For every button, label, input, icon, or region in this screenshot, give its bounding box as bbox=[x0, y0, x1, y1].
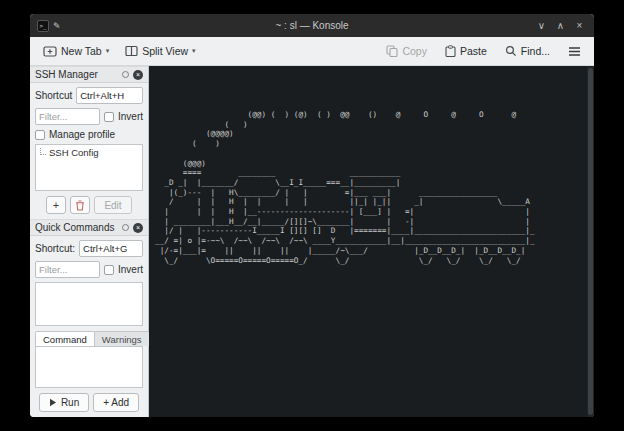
qc-tabs: Command Warnings bbox=[35, 331, 143, 346]
command-textarea[interactable] bbox=[35, 346, 143, 388]
find-button[interactable]: Find... bbox=[500, 42, 555, 60]
sidebar: SSH Manager × Shortcut Invert bbox=[30, 66, 149, 417]
run-label: Run bbox=[61, 397, 79, 408]
qc-shortcut-row: Shortcut: bbox=[30, 236, 148, 257]
pen-icon: ✎ bbox=[53, 21, 61, 31]
window-content: SSH Manager × Shortcut Invert bbox=[30, 66, 594, 417]
add-label: + Add bbox=[103, 397, 129, 408]
close-panel-button[interactable]: × bbox=[133, 223, 143, 233]
qc-shortcut-input[interactable] bbox=[79, 240, 143, 257]
tab-warnings[interactable]: Warnings bbox=[94, 331, 150, 346]
float-panel-icon[interactable] bbox=[122, 71, 129, 78]
menu-button[interactable] bbox=[563, 43, 586, 60]
ssh-filter-input[interactable] bbox=[35, 108, 100, 125]
window-controls: ∨ ∧ × bbox=[533, 17, 594, 34]
split-view-button[interactable]: Split View ▾ bbox=[120, 42, 200, 60]
find-label: Find... bbox=[521, 45, 550, 57]
plus-icon: + bbox=[53, 199, 59, 211]
tab-command[interactable]: Command bbox=[35, 331, 95, 346]
main-toolbar: New Tab ▾ Split View ▾ Copy bbox=[30, 37, 594, 66]
tree-branch-icon bbox=[40, 148, 46, 155]
close-panel-button[interactable]: × bbox=[133, 70, 143, 80]
ssh-buttons-row: + Edit bbox=[30, 191, 148, 219]
hamburger-icon bbox=[568, 46, 581, 57]
scrollbar-thumb[interactable] bbox=[588, 68, 593, 415]
split-view-label: Split View bbox=[142, 45, 188, 57]
ssh-invert-checkbox[interactable] bbox=[104, 112, 114, 122]
ssh-config-tree[interactable]: SSH Config bbox=[35, 144, 143, 191]
edit-ssh-button[interactable]: Edit bbox=[94, 196, 132, 214]
titlebar-left: >_ ✎ bbox=[30, 20, 61, 32]
konsole-window: >_ ✎ ~ : sl — Konsole ∨ ∧ × New Tab ▾ bbox=[30, 14, 594, 417]
ssh-manager-panel: SSH Manager × Shortcut Invert bbox=[30, 66, 148, 219]
new-tab-button[interactable]: New Tab ▾ bbox=[38, 42, 114, 60]
ssh-shortcut-label: Shortcut bbox=[35, 90, 72, 101]
commands-list[interactable] bbox=[35, 282, 143, 326]
ssh-shortcut-input[interactable] bbox=[76, 87, 143, 104]
paste-button[interactable]: Paste bbox=[440, 42, 492, 60]
close-button[interactable]: × bbox=[571, 17, 588, 34]
window-title: ~ : sl — Konsole bbox=[30, 20, 594, 31]
chevron-down-icon: ▾ bbox=[106, 47, 110, 55]
float-panel-icon[interactable] bbox=[122, 224, 129, 231]
manage-profile-checkbox[interactable] bbox=[35, 130, 45, 140]
ssh-manager-header[interactable]: SSH Manager × bbox=[30, 66, 148, 83]
paste-label: Paste bbox=[460, 45, 487, 57]
qc-invert-label: Invert bbox=[118, 264, 143, 275]
ssh-shortcut-row: Shortcut bbox=[30, 83, 148, 104]
ssh-filter-row: Invert bbox=[30, 104, 148, 125]
new-tab-icon bbox=[43, 45, 57, 57]
konsole-app-icon: >_ bbox=[37, 20, 49, 32]
play-icon bbox=[49, 398, 57, 407]
qc-shortcut-label: Shortcut: bbox=[35, 243, 75, 254]
add-command-button[interactable]: + Add bbox=[93, 393, 139, 412]
tree-item-ssh-config[interactable]: SSH Config bbox=[39, 147, 139, 158]
manage-profile-row: Manage profile bbox=[30, 125, 148, 140]
titlebar[interactable]: >_ ✎ ~ : sl — Konsole ∨ ∧ × bbox=[30, 14, 594, 37]
search-icon bbox=[505, 45, 517, 57]
desktop-background: >_ ✎ ~ : sl — Konsole ∨ ∧ × New Tab ▾ bbox=[0, 0, 624, 431]
qc-filter-row: Invert bbox=[30, 257, 148, 278]
qc-buttons-row: Run + Add bbox=[30, 388, 148, 417]
add-ssh-button[interactable]: + bbox=[46, 196, 66, 214]
split-view-icon bbox=[125, 45, 138, 57]
qc-invert-checkbox[interactable] bbox=[104, 265, 114, 275]
delete-ssh-button[interactable] bbox=[70, 196, 90, 214]
chevron-down-icon: ▾ bbox=[192, 47, 196, 55]
paste-icon bbox=[445, 45, 456, 57]
ssh-invert-label: Invert bbox=[118, 111, 143, 122]
minimize-button[interactable]: ∨ bbox=[533, 17, 550, 34]
quick-commands-title: Quick Commands bbox=[35, 222, 118, 233]
tree-item-label: SSH Config bbox=[49, 147, 99, 158]
quick-commands-header[interactable]: Quick Commands × bbox=[30, 219, 148, 236]
copy-button[interactable]: Copy bbox=[381, 42, 432, 60]
terminal-area[interactable]: (@@) ( ) (@) ( ) @@ () @ O @ O @ ( ) (@@… bbox=[149, 66, 594, 417]
manage-profile-label: Manage profile bbox=[49, 129, 115, 140]
copy-label: Copy bbox=[402, 45, 427, 57]
ascii-train-art: (@@) ( ) (@) ( ) @@ () @ O @ O @ ( ) (@@… bbox=[155, 110, 535, 265]
run-button[interactable]: Run bbox=[39, 393, 89, 412]
new-tab-label: New Tab bbox=[61, 45, 102, 57]
quick-commands-panel: Quick Commands × Shortcut: Invert bbox=[30, 219, 148, 417]
trash-icon bbox=[75, 200, 85, 211]
maximize-button[interactable]: ∧ bbox=[552, 17, 569, 34]
toolbar-right-group: Copy Paste Find... bbox=[381, 42, 586, 60]
ssh-manager-title: SSH Manager bbox=[35, 69, 118, 80]
copy-icon bbox=[386, 45, 398, 57]
qc-filter-input[interactable] bbox=[35, 261, 100, 278]
terminal-scrollbar[interactable] bbox=[587, 66, 594, 417]
